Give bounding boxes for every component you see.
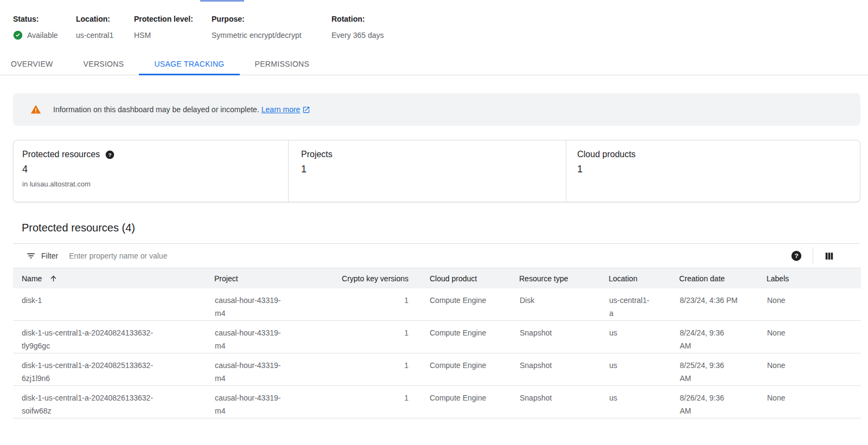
cell-project: causal-hour-43319-m4 [214, 288, 296, 321]
warning-triangle-icon [30, 104, 41, 115]
key-details-bar: Status: Available Location: us-central1 … [0, 0, 868, 41]
cell-labels: None [767, 353, 861, 386]
column-header-location[interactable]: Location [609, 268, 679, 288]
location-value: us-central1 [76, 30, 134, 41]
cell-labels: None [767, 321, 861, 353]
svg-text:?: ? [108, 152, 112, 158]
column-display-icon[interactable] [824, 251, 834, 261]
cell-project: causal-hour-43319-m4 [214, 321, 296, 353]
cell-crypto-key-versions: 1 [296, 353, 411, 386]
cell-location: us [609, 321, 679, 353]
cell-cloud-product: Compute Engine [411, 288, 519, 321]
rotation-field: Rotation: Every 365 days [331, 14, 384, 41]
cell-crypto-key-versions: 1 [296, 321, 411, 353]
cell-creation-date: 8/26/24, 9:36 AM [679, 386, 767, 418]
projects-title: Projects [301, 150, 333, 159]
status-text: Available [27, 30, 58, 41]
cell-cloud-product: Compute Engine [411, 321, 519, 353]
cell-location: us-central1-a [609, 288, 679, 321]
column-header-crypto-key-versions[interactable]: Crypto key versions [296, 268, 411, 288]
rotation-value: Every 365 days [331, 30, 384, 41]
filter-bar: Filter ? [13, 244, 860, 268]
filter-input[interactable] [68, 251, 791, 261]
cell-name: disk-1 [13, 288, 214, 321]
purpose-label: Purpose: [212, 14, 331, 24]
tab-usage-tracking[interactable]: USAGE TRACKING [139, 55, 239, 75]
cell-project: causal-hour-43319-m4 [214, 353, 296, 386]
learn-more-link[interactable]: Learn more [261, 105, 301, 114]
cloud-products-summary: Cloud products 1 [566, 140, 860, 202]
cell-cloud-product: Compute Engine [411, 353, 519, 386]
status-label: Status: [13, 14, 76, 24]
table-help-icon[interactable]: ? [791, 250, 802, 261]
protected-resources-table-card: Filter ? Name [13, 243, 860, 418]
cell-labels: None [767, 288, 861, 321]
location-field: Location: us-central1 [76, 14, 134, 41]
cell-name: disk-1-us-central1-a-20240824133632-tly9… [13, 321, 214, 353]
filter-actions: ? [791, 247, 860, 265]
filter-actions-divider [813, 247, 813, 265]
filter-label[interactable]: Filter [41, 251, 58, 260]
column-header-project[interactable]: Project [214, 268, 296, 288]
protected-resources-summary: Protected resources ? 4 in luisau.altost… [14, 140, 288, 202]
table-row: disk-1-us-central1-a-20240825133632-6zj1… [13, 353, 861, 386]
cell-resource-type: Disk [519, 288, 609, 321]
help-icon[interactable]: ? [105, 150, 114, 159]
cell-crypto-key-versions: 1 [296, 386, 411, 418]
protected-resources-subtitle: in luisau.altostrat.com [22, 180, 288, 188]
protection-level-value: HSM [134, 30, 212, 41]
protected-resources-table: Name Project Crypto key versions Cloud p… [13, 268, 861, 418]
cell-resource-type: Snapshot [519, 353, 609, 386]
projects-summary: Projects 1 [288, 140, 566, 202]
protection-level-label: Protection level: [134, 14, 212, 24]
table-header-row: Name Project Crypto key versions Cloud p… [13, 268, 861, 288]
cell-creation-date: 8/25/24, 9:36 AM [679, 353, 767, 386]
column-header-labels[interactable]: Labels [767, 268, 861, 288]
cell-name: disk-1-us-central1-a-20240825133632-6zj1… [13, 353, 214, 386]
cell-creation-date: 8/24/24, 9:36 AM [679, 321, 767, 353]
status-field: Status: Available [13, 14, 76, 41]
cloud-products-count: 1 [577, 164, 860, 175]
purpose-value: Symmetric encrypt/decrypt [212, 30, 331, 41]
protection-level-field: Protection level: HSM [134, 14, 212, 41]
svg-text:?: ? [794, 252, 798, 259]
cutoff-tab-indicator [200, 0, 244, 2]
cell-name: disk-1-us-central1-a-20240826133632-soif… [13, 386, 214, 418]
cell-project: causal-hour-43319-m4 [214, 386, 296, 418]
cell-crypto-key-versions: 1 [296, 288, 411, 321]
protected-resources-title: Protected resources [22, 150, 100, 159]
filter-list-icon [26, 251, 36, 261]
tab-bar: OVERVIEW VERSIONS USAGE TRACKING PERMISS… [0, 55, 868, 75]
protected-resources-count: 4 [22, 164, 288, 175]
column-header-creation-date[interactable]: Creation date [679, 268, 767, 288]
column-header-cloud-product[interactable]: Cloud product [411, 268, 519, 288]
status-value: Available [13, 30, 76, 41]
rotation-label: Rotation: [331, 14, 384, 24]
tab-permissions[interactable]: PERMISSIONS [240, 55, 325, 75]
column-header-resource-type[interactable]: Resource type [519, 268, 609, 288]
cell-resource-type: Snapshot [519, 386, 609, 418]
cell-location: us [609, 386, 679, 418]
kms-key-usage-tracking-page: Status: Available Location: us-central1 … [0, 0, 868, 445]
section-heading: Protected resources (4) [22, 220, 868, 236]
cell-labels: None [767, 386, 861, 418]
table-row: disk-1-us-central1-a-20240826133632-soif… [13, 386, 861, 418]
banner-message: Information on this dashboard may be del… [53, 105, 259, 114]
tab-overview[interactable]: OVERVIEW [0, 55, 68, 75]
cell-resource-type: Snapshot [519, 321, 609, 353]
summary-card: Protected resources ? 4 in luisau.altost… [13, 140, 860, 202]
cell-creation-date: 8/23/24, 4:36 PM [679, 288, 767, 321]
check-circle-icon [13, 30, 23, 40]
table-row: disk-1 causal-hour-43319-m4 1 Compute En… [13, 288, 861, 321]
purpose-field: Purpose: Symmetric encrypt/decrypt [212, 14, 331, 41]
tab-versions[interactable]: VERSIONS [68, 55, 139, 75]
cell-cloud-product: Compute Engine [411, 386, 519, 418]
column-header-name[interactable]: Name [13, 268, 214, 288]
table-row: disk-1-us-central1-a-20240824133632-tly9… [13, 321, 861, 353]
sort-ascending-icon[interactable] [49, 274, 58, 282]
location-label: Location: [76, 14, 134, 24]
projects-count: 1 [301, 164, 566, 175]
cloud-products-title: Cloud products [577, 150, 636, 159]
open-in-new-icon[interactable] [302, 106, 310, 114]
cell-location: us [609, 353, 679, 386]
